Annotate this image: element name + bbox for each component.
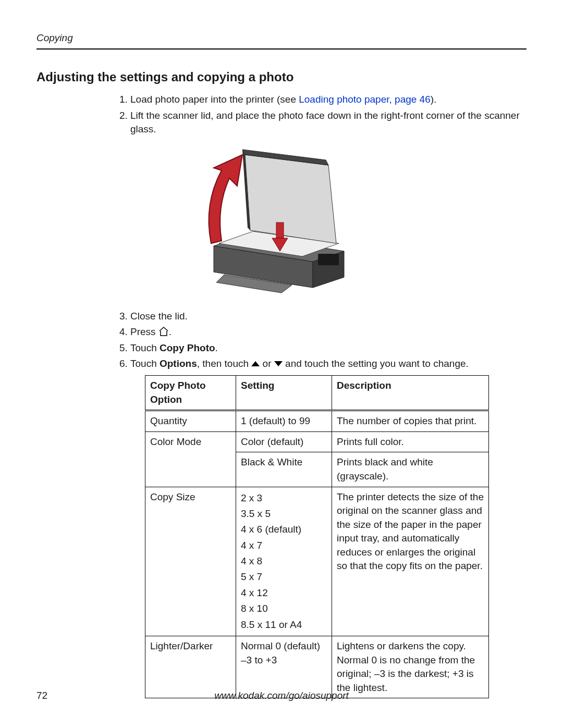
footer-url: www.kodak.com/go/aiosupport [0,689,563,703]
svg-marker-4 [245,155,336,243]
size-list: 2 x 3 3.5 x 5 4 x 6 (default) 4 x 7 4 x … [241,490,327,633]
svg-rect-7 [276,223,284,238]
copy-photo-label: Copy Photo [160,342,215,353]
options-label: Options [160,358,197,369]
table-row: Quantity 1 (default) to 99 The number of… [145,411,489,432]
th-setting: Setting [236,375,332,410]
step-2: Lift the scanner lid, and place the phot… [130,109,527,137]
step-6: Touch Options, then touch or and touch t… [130,357,527,371]
table-row: Copy Size 2 x 3 3.5 x 5 4 x 6 (default) … [145,487,489,636]
page-footer: 72 www.kodak.com/go/aiosupport [0,689,563,703]
steps-list-cont: Close the lid. Press . Touch Copy Photo.… [130,310,527,371]
step-5: Touch Copy Photo. [130,341,527,355]
step-3: Close the lid. [130,310,527,324]
arrow-up-icon [251,361,260,366]
page-header: Copying [36,31,527,50]
step-4: Press . [130,325,527,339]
step-1: Load photo paper into the printer (see L… [130,93,527,107]
th-description: Description [332,375,489,410]
steps-list: Load photo paper into the printer (see L… [130,93,527,137]
svg-rect-9 [318,254,339,265]
section-title: Adjusting the settings and copying a pho… [36,68,527,86]
arrow-down-icon [274,361,283,366]
printer-figure [193,142,527,302]
printer-illustration [193,142,349,298]
section-label: Copying [36,32,73,43]
link-loading-photo-paper[interactable]: Loading photo paper, page 46 [299,94,431,105]
th-option: Copy Photo Option [145,375,236,410]
table-row: Color Mode Color (default) Prints full c… [145,431,489,452]
home-icon [158,326,169,336]
copy-photo-options-table: Copy Photo Option Setting Description Qu… [145,375,489,698]
